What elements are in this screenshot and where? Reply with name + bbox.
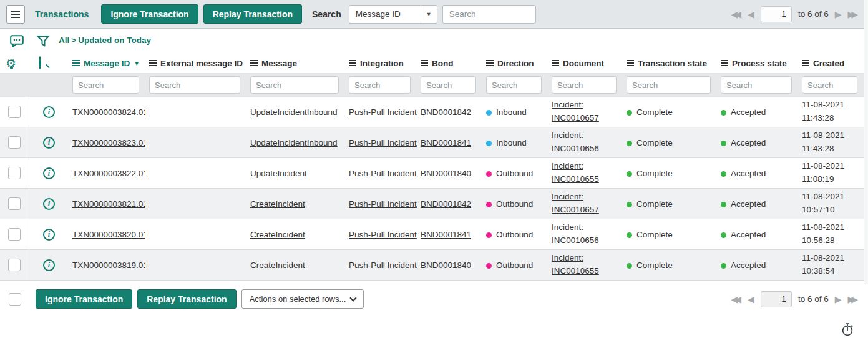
direction-label: Inbound xyxy=(496,138,527,147)
row-checkbox[interactable] xyxy=(8,106,21,118)
breadcrumb-all-link[interactable]: All xyxy=(59,36,69,45)
document-link-line2[interactable]: INC0010657 xyxy=(552,205,599,214)
filter-input-direction[interactable] xyxy=(486,76,542,94)
ignore-transaction-button[interactable]: Ignore Transaction xyxy=(101,4,198,24)
global-search-input[interactable] xyxy=(442,5,536,24)
column-header-integration[interactable]: Integration xyxy=(345,59,417,68)
row-checkbox[interactable] xyxy=(8,136,21,149)
first-page-icon[interactable]: ◀◀ xyxy=(731,10,742,19)
filter-input-external-message-id[interactable] xyxy=(149,76,240,94)
document-link-line2[interactable]: INC0010657 xyxy=(552,113,599,122)
bond-link[interactable]: BND0001842 xyxy=(421,107,471,117)
breadcrumb-filter-link[interactable]: Updated on Today xyxy=(78,36,151,45)
replay-transaction-button[interactable]: Replay Transaction xyxy=(203,4,302,24)
footer-replay-transaction-button[interactable]: Replay Transaction xyxy=(137,289,236,309)
response-time-stopwatch-icon[interactable] xyxy=(841,322,854,336)
filter-input-bond[interactable] xyxy=(421,76,476,94)
document-link-line1[interactable]: Incident: xyxy=(552,161,583,171)
row-info-icon[interactable]: i xyxy=(43,167,55,179)
document-link-line2[interactable]: INC0010656 xyxy=(552,236,599,245)
created-date: 11-08-2021 xyxy=(802,131,844,140)
row-info-icon[interactable]: i xyxy=(43,137,55,149)
bond-link[interactable]: BND0001841 xyxy=(421,138,471,147)
filter-input-message-id[interactable] xyxy=(72,76,139,94)
row-info-icon[interactable]: i xyxy=(43,106,55,118)
integration-link[interactable]: Push-Pull Incident xyxy=(349,199,417,209)
document-link-line2[interactable]: INC0010655 xyxy=(552,174,599,184)
message-link[interactable]: UpdateIncident xyxy=(250,169,307,178)
page-number-input[interactable] xyxy=(761,6,792,22)
bond-link[interactable]: BND0001841 xyxy=(421,230,471,239)
column-header-transaction-state[interactable]: Transaction state xyxy=(623,59,717,68)
direction-dot xyxy=(486,202,492,207)
integration-link[interactable]: Push-Pull Incident xyxy=(349,138,417,147)
list-settings-gear-icon[interactable]: ⚙ xyxy=(6,57,16,69)
message-link[interactable]: CreateIncident xyxy=(250,261,305,270)
column-header-external-message-id[interactable]: External message ID xyxy=(145,59,246,68)
row-info-icon[interactable]: i xyxy=(43,198,55,210)
column-header-direction[interactable]: Direction xyxy=(482,59,548,68)
bond-link[interactable]: BND0001842 xyxy=(421,199,471,209)
column-header-message-id[interactable]: Message ID ▼ xyxy=(69,59,145,68)
last-page-icon[interactable]: ▶▶ xyxy=(847,10,858,19)
row-checkbox[interactable] xyxy=(8,167,21,179)
bond-link[interactable]: BND0001840 xyxy=(421,169,471,178)
column-header-created[interactable]: Created xyxy=(798,59,864,68)
message-link[interactable]: UpdateIncidentInbound xyxy=(250,107,338,117)
row-info-icon[interactable]: i xyxy=(43,229,55,241)
message-link[interactable]: CreateIncident xyxy=(250,199,305,209)
filter-input-created[interactable] xyxy=(802,76,857,94)
document-link-line1[interactable]: Incident: xyxy=(552,100,583,109)
filter-input-process-state[interactable] xyxy=(721,76,792,94)
message-link[interactable]: UpdateIncidentInbound xyxy=(250,138,338,147)
column-header-message[interactable]: Message xyxy=(246,59,345,68)
list-search-icon[interactable] xyxy=(39,57,50,69)
column-header-document[interactable]: Document xyxy=(548,59,623,68)
bond-link[interactable]: BND0001840 xyxy=(421,261,471,270)
document-link-line1[interactable]: Incident: xyxy=(552,222,583,232)
message-id-link[interactable]: TXN0000003822.01 xyxy=(72,169,145,178)
row-info-icon[interactable]: i xyxy=(43,259,55,271)
message-id-link[interactable]: TXN0000003823.01 xyxy=(72,138,145,147)
filter-input-message[interactable] xyxy=(250,76,339,94)
filter-input-transaction-state[interactable] xyxy=(627,76,711,94)
document-link-line1[interactable]: Incident: xyxy=(552,131,583,140)
actions-on-selected-rows-select[interactable]: Actions on selected rows... xyxy=(241,289,364,309)
previous-page-icon[interactable]: ◀ xyxy=(748,10,754,19)
previous-page-icon[interactable]: ◀ xyxy=(748,295,754,304)
footer-ignore-transaction-button[interactable]: Ignore Transaction xyxy=(36,289,132,309)
document-link-line2[interactable]: INC0010656 xyxy=(552,144,599,153)
select-all-checkbox[interactable] xyxy=(9,293,21,306)
filter-input-document[interactable] xyxy=(552,76,617,94)
integration-link[interactable]: Push-Pull Incident xyxy=(349,107,417,117)
integration-link[interactable]: Push-Pull Incident xyxy=(349,169,417,178)
message-id-link[interactable]: TXN0000003824.01 xyxy=(72,107,145,117)
next-page-icon[interactable]: ▶ xyxy=(835,10,842,19)
message-id-link[interactable]: TXN0000003820.01 xyxy=(72,230,145,239)
filter-input-integration[interactable] xyxy=(349,76,411,94)
document-link-line1[interactable]: Incident: xyxy=(552,253,583,262)
vertical-scrollbar[interactable] xyxy=(864,0,868,284)
row-checkbox[interactable] xyxy=(8,259,21,271)
next-page-icon[interactable]: ▶ xyxy=(835,295,842,304)
page-number-input[interactable] xyxy=(761,291,792,307)
integration-link[interactable]: Push-Pull Incident xyxy=(349,261,417,270)
last-page-icon[interactable]: ▶▶ xyxy=(847,295,858,304)
column-header-process-state[interactable]: Process state xyxy=(717,59,798,68)
column-header-bond[interactable]: Bond xyxy=(417,59,482,68)
transaction-state-label: Complete xyxy=(636,261,673,270)
message-id-link[interactable]: TXN0000003819.01 xyxy=(72,261,145,270)
row-checkbox[interactable] xyxy=(8,197,21,210)
comments-icon[interactable] xyxy=(10,35,24,47)
first-page-icon[interactable]: ◀◀ xyxy=(731,295,742,304)
filter-funnel-icon[interactable] xyxy=(36,35,50,47)
menu-hamburger-button[interactable] xyxy=(6,5,25,24)
document-link-line2[interactable]: INC0010655 xyxy=(552,266,599,276)
document-link-line1[interactable]: Incident: xyxy=(552,192,583,201)
message-link[interactable]: CreateIncident xyxy=(250,230,305,239)
integration-link[interactable]: Push-Pull Incident xyxy=(349,230,417,239)
row-checkbox[interactable] xyxy=(8,228,21,241)
sort-descending-icon: ▼ xyxy=(134,60,140,67)
message-id-link[interactable]: TXN0000003821.01 xyxy=(72,199,145,209)
search-field-select[interactable]: Message ID ▼ xyxy=(349,5,437,24)
